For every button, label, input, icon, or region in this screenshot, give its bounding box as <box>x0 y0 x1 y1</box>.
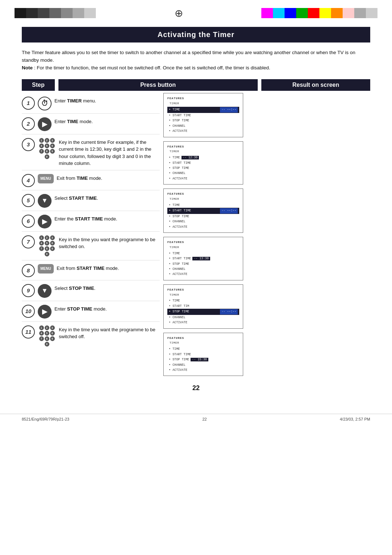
page-number: 22 <box>22 384 370 392</box>
step-number: 5 <box>22 194 35 207</box>
numpad-icon: 1234567890 <box>38 325 56 347</box>
screen-preview: FEATURESTIMER• TIME• START TIM• STOP TIM… <box>163 284 243 329</box>
color-swatch <box>49 8 61 18</box>
screen-preview: FEATURESTIMER• TIME• START TIME·· 13:30•… <box>163 237 243 280</box>
screen-item: • STOP TIME·· 15:30 <box>167 357 239 362</box>
screen-preview: FEATURESTIMER• TIME• START TIME·· --:--•… <box>163 189 243 233</box>
screen-preview: FEATURESTIMER• TIME·· 12:30• START TIME•… <box>163 141 243 185</box>
step-number: 6 <box>22 215 35 228</box>
arrow-down-icon: ▼ <box>38 284 52 298</box>
color-swatch <box>366 8 377 18</box>
step-description: Enter the START TIME mode. <box>54 214 160 223</box>
screen-item: • ACTIVATE <box>167 272 239 277</box>
arrow-right-icon: ▶ <box>38 117 52 131</box>
page-title: Activating the Timer <box>22 27 370 42</box>
step-row: 1⏱Enter TIMER menu. <box>22 93 160 114</box>
description: The Timer feature allows you to set the … <box>22 49 370 72</box>
step-number: 11 <box>22 325 35 339</box>
numpad-icon: 1234567890 <box>38 235 56 257</box>
color-swatch <box>15 8 26 18</box>
steps-left: 1⏱Enter TIMER menu.2▶Enter TIME mode.312… <box>22 93 160 378</box>
screen-group-wrapper: FEATURESTIMER• TIME• START TIME• STOP TI… <box>163 333 370 376</box>
color-swatch <box>343 8 354 18</box>
screen-item: • START TIME·· 13:30 <box>167 256 239 261</box>
screen-item: • START TIME <box>167 161 239 166</box>
step-description: Enter TIMER menu. <box>54 96 160 105</box>
step-row: 111234567890Key in the time you want the… <box>22 322 160 350</box>
screen-item: • STOP TIME <box>167 166 239 171</box>
color-swatch <box>319 8 331 18</box>
screen-preview: FEATURESTIMER• TIME·· --:--• START TIME•… <box>163 93 243 137</box>
header-row: Step Press button Result on screen <box>22 79 370 91</box>
screen-item: • ACTIVATE <box>167 368 239 373</box>
screen-item: • TIME·· 12:30 <box>167 155 239 160</box>
step-number: 3 <box>22 138 35 151</box>
screen-item: • TIME <box>167 298 239 303</box>
step-description: Select START TIME. <box>54 193 160 202</box>
footer: 8521/Eng/69R/79R/p21-23 22 4/23/03, 2:57… <box>0 414 392 424</box>
footer-center: 22 <box>202 417 207 421</box>
screen-item: • ACTIVATE <box>167 224 239 230</box>
step-description: Exit from TIME mode. <box>57 173 160 182</box>
arrow-right-icon: ▶ <box>38 215 52 228</box>
color-swatch <box>261 8 273 18</box>
color-swatch <box>354 8 366 18</box>
screen-group-wrapper: FEATURESTIMER• TIME• START TIM• STOP TIM… <box>163 284 370 329</box>
steps-area: 1⏱Enter TIMER menu.2▶Enter TIME mode.312… <box>22 93 370 378</box>
step-row: 8MENUExit from START TIME mode. <box>22 260 160 280</box>
step-number: 8 <box>22 264 35 277</box>
crosshair-left <box>172 7 185 20</box>
step-row: 31234567890Key in the current time For e… <box>22 134 160 170</box>
step-row: 71234567890Key in the time you want the … <box>22 232 160 260</box>
color-bar-container <box>0 0 392 23</box>
step-description: Enter STOP TIME mode. <box>54 304 160 313</box>
color-swatch <box>308 8 319 18</box>
step-row: 4MENUExit from TIME mode. <box>22 170 160 190</box>
screen-item: • TIME <box>167 203 239 208</box>
color-swatch <box>296 8 308 18</box>
footer-right: 4/23/03, 2:57 PM <box>340 417 370 421</box>
header-result: Result on screen <box>261 79 370 91</box>
screen-item: • CHANNEL <box>167 171 239 176</box>
step-number: 1 <box>22 97 35 110</box>
footer-left: 8521/Eng/69R/79R/p21-23 <box>22 417 69 421</box>
arrow-right-icon: ▶ <box>38 305 52 319</box>
screen-item: • ACTIVATE <box>167 129 239 134</box>
step-description: Key in the time you want the programme t… <box>59 325 160 340</box>
screen-item: • START TIM <box>167 304 239 309</box>
screen-group-wrapper: FEATURESTIMER• TIME• START TIME·· --:--•… <box>163 189 370 233</box>
color-swatch <box>38 8 49 18</box>
numpad-icon: 1234567890 <box>38 138 56 160</box>
color-bar-right <box>261 8 377 18</box>
screen-group-wrapper: FEATURESTIMER• TIME·· --:--• START TIME•… <box>163 93 370 137</box>
color-swatch <box>84 8 96 18</box>
screen-preview: FEATURESTIMER• TIME• START TIME• STOP TI… <box>163 333 243 376</box>
step-row: 6▶Enter the START TIME mode. <box>22 211 160 232</box>
screen-item: • CHANNEL <box>167 362 239 368</box>
menu-button-icon: MENU <box>38 174 54 183</box>
header-press: Press button <box>58 79 258 91</box>
color-swatch <box>331 8 343 18</box>
screen-group-wrapper: FEATURESTIMER• TIME• START TIME·· 13:30•… <box>163 237 370 280</box>
step-number: 9 <box>22 284 35 297</box>
screen-item: • CHANNEL <box>167 267 239 272</box>
screen-item: • TIME·· --:-- <box>167 107 239 113</box>
steps-right: FEATURESTIMER• TIME·· --:--• START TIME•… <box>163 93 370 378</box>
screen-item: • TIME <box>167 347 239 352</box>
screen-item: • ACTIVATE <box>167 176 239 181</box>
menu-button-icon: MENU <box>38 264 54 274</box>
screen-item: • START TIME <box>167 352 239 357</box>
step-row: 9▼Select STOP TIME. <box>22 280 160 301</box>
step-description: Key in the current time For example, if … <box>59 137 160 167</box>
step-description: Exit from START TIME mode. <box>57 263 160 272</box>
screen-item: • STOP TIME <box>167 118 239 123</box>
color-swatch <box>73 8 84 18</box>
screen-item: • CHANNEL <box>167 219 239 224</box>
step-number: 2 <box>22 117 35 130</box>
color-swatch <box>273 8 285 18</box>
screen-item: • STOP TIME·· --:-- <box>167 309 239 315</box>
color-swatch <box>26 8 38 18</box>
screen-item: • CHANNEL <box>167 315 239 320</box>
screen-item: • START TIME·· --:-- <box>167 208 239 214</box>
step-number: 7 <box>22 235 35 248</box>
